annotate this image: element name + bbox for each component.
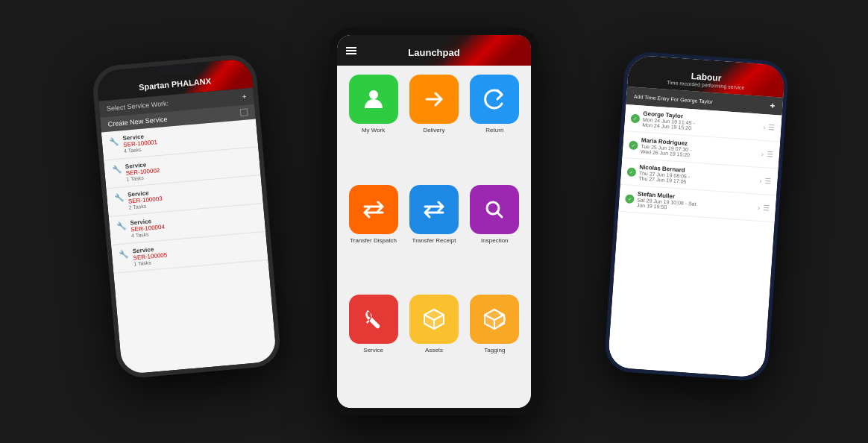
check-icon: ✓ (629, 140, 638, 150)
add-service-button[interactable]: + (242, 92, 247, 100)
hamburger-menu[interactable] (346, 45, 356, 56)
entry-info: George Taylor Mon 24 Jun 19 11:45 - Mon … (642, 110, 761, 136)
left-phone: Spartan PHALANX Select Service Work: + C… (91, 53, 282, 380)
create-new-label: Create New Service (107, 116, 168, 128)
check-icon: ✓ (631, 113, 641, 123)
hamburger-line-1 (346, 47, 356, 48)
wrench-icon: 🔧 (119, 250, 129, 259)
chevron-icon: › (757, 204, 760, 212)
service-list: 🔧 Service SER-100001 4 Tasks 🔧 Service S… (101, 119, 277, 374)
grid-icon-transfer (349, 185, 398, 234)
select-service-label: Select Service Work: (107, 100, 169, 113)
center-phone: Launchpad My Work Delivery Return Transf… (330, 28, 538, 415)
create-new-checkbox[interactable] (240, 108, 248, 116)
grid-icon-tag-signal (470, 295, 519, 344)
left-screen: Spartan PHALANX Select Service Work: + C… (96, 58, 277, 375)
add-time-button[interactable]: + (770, 101, 776, 111)
chevron-icon: › (763, 123, 766, 131)
grid-label: Transfer Receipt (412, 237, 456, 245)
grid-icon-arrow-right (409, 75, 459, 124)
grid-item-tagging[interactable]: Tagging (468, 295, 522, 399)
grid-icon-wrench (349, 295, 398, 344)
entry-info: Nicolas Bernard Thu 27 Jun 19 08:05 - Th… (638, 164, 757, 189)
service-info: Service SER-100001 4 Tasks (122, 132, 158, 154)
grid-item-service[interactable]: Service (346, 295, 400, 399)
grid-item-return[interactable]: Return (468, 75, 522, 179)
grid-icon-person (349, 75, 398, 124)
right-screen: Labour Time recorded performing service … (608, 54, 786, 378)
grid-item-my-work[interactable]: My Work (346, 75, 400, 179)
chevron-icon: › (761, 150, 764, 158)
add-time-label: Add Time Entry For George Taylor (634, 93, 713, 104)
time-list: ✓ George Taylor Mon 24 Jun 19 11:45 - Mo… (608, 104, 782, 378)
right-phone: Labour Time recorded performing service … (603, 51, 789, 382)
menu-icon: ☰ (768, 123, 776, 132)
app-grid: My Work Delivery Return Transfer Dispatc… (337, 66, 531, 408)
grid-label: Return (485, 127, 503, 134)
grid-icon-arrow-return (470, 75, 519, 124)
svg-point-0 (369, 90, 378, 99)
grid-label: Service (363, 347, 383, 354)
check-icon: ✓ (625, 194, 635, 204)
service-info: Service SER-100004 4 Tasks (130, 217, 166, 239)
grid-item-transfer-receipt[interactable]: Transfer Receipt (406, 185, 461, 289)
hamburger-line-2 (346, 50, 356, 51)
grid-label: My Work (362, 127, 385, 134)
grid-icon-box (409, 295, 459, 344)
grid-item-inspection[interactable]: Inspection (468, 185, 522, 289)
service-info: Service SER-100003 2 Tasks (128, 189, 163, 210)
grid-label: Tagging (484, 347, 505, 354)
service-info: Service SER-100002 1 Tasks (125, 160, 160, 182)
chevron-icon: › (759, 177, 762, 185)
grid-label: Delivery (424, 127, 445, 134)
menu-icon: ☰ (764, 177, 772, 186)
hamburger-line-3 (346, 53, 356, 54)
wrench-icon: 🔧 (114, 193, 124, 202)
scene: Spartan PHALANX Select Service Work: + C… (0, 0, 868, 443)
service-info: Service SER-100005 1 Tasks (132, 245, 168, 266)
wrench-icon: 🔧 (112, 165, 122, 174)
entry-info: Maria Rodriguez Tue 25 Jun 19 07:30 - We… (641, 137, 759, 163)
grid-label: Transfer Dispatch (350, 237, 397, 245)
check-icon: ✓ (627, 167, 637, 177)
center-screen: Launchpad My Work Delivery Return Transf… (337, 35, 531, 408)
wrench-icon: 🔧 (109, 137, 119, 146)
menu-icon: ☰ (763, 204, 770, 213)
grid-item-delivery[interactable]: Delivery (406, 75, 461, 179)
grid-label: Assets (425, 347, 443, 354)
wrench-icon: 🔧 (116, 222, 126, 230)
grid-icon-search (470, 185, 519, 234)
grid-item-transfer-dispatch[interactable]: Transfer Dispatch (346, 185, 400, 289)
entry-info: Stefan Muller Sat 29 Jun 19 10:08 - Sat … (637, 190, 755, 216)
center-screen-title: Launchpad (408, 47, 459, 58)
grid-label: Inspection (481, 237, 508, 245)
grid-item-assets[interactable]: Assets (406, 295, 461, 399)
center-top-bar: Launchpad (337, 35, 531, 66)
grid-icon-transfer2 (409, 185, 459, 234)
menu-icon: ☰ (767, 150, 774, 159)
